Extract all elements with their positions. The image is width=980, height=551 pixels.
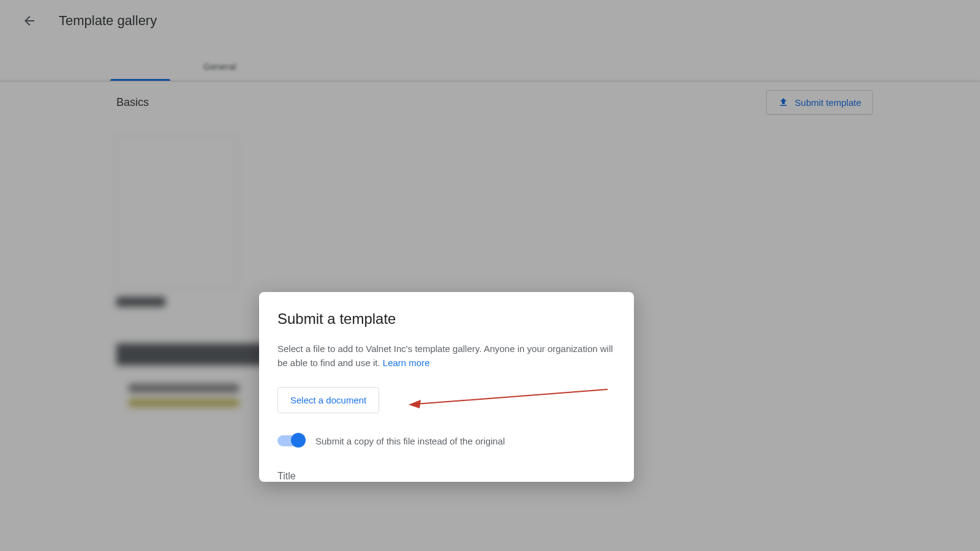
submit-template-dialog: Submit a template Select a file to add t… (259, 292, 634, 482)
copy-toggle-row: Submit a copy of this file instead of th… (277, 435, 616, 446)
dialog-description-text: Select a file to add to Valnet Inc's tem… (277, 343, 613, 368)
learn-more-link[interactable]: Learn more (383, 358, 430, 368)
title-field-label: Title (277, 471, 616, 482)
toggle-knob (291, 433, 306, 448)
dialog-title: Submit a template (277, 310, 616, 328)
copy-toggle-label: Submit a copy of this file instead of th… (315, 436, 505, 446)
dialog-description: Select a file to add to Valnet Inc's tem… (277, 342, 616, 370)
copy-toggle[interactable] (277, 435, 304, 446)
select-document-button[interactable]: Select a document (277, 387, 379, 413)
